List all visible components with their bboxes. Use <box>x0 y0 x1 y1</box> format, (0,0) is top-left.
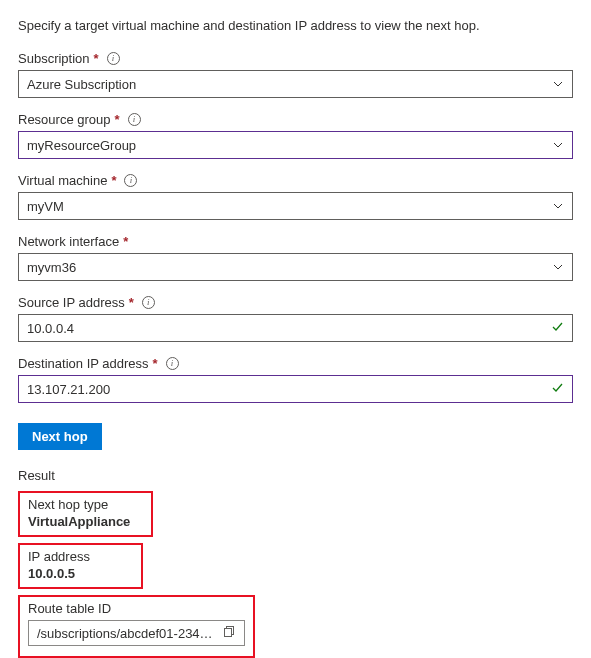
network-interface-value: myvm36 <box>27 260 76 275</box>
label-subscription: Subscription <box>18 51 90 66</box>
subscription-value: Azure Subscription <box>27 77 136 92</box>
dest-ip-input-wrap <box>18 375 573 403</box>
route-table-label: Route table ID <box>28 601 245 616</box>
field-network-interface: Network interface * myvm36 <box>18 234 573 281</box>
resource-group-select[interactable]: myResourceGroup <box>18 131 573 159</box>
dest-ip-input[interactable] <box>27 382 544 397</box>
label-virtual-machine: Virtual machine <box>18 173 107 188</box>
required-asterisk: * <box>123 234 128 249</box>
chevron-down-icon <box>552 261 564 273</box>
required-asterisk: * <box>94 51 99 66</box>
label-network-interface: Network interface <box>18 234 119 249</box>
source-ip-input-wrap <box>18 314 573 342</box>
virtual-machine-select[interactable]: myVM <box>18 192 573 220</box>
info-icon[interactable]: i <box>107 52 120 65</box>
result-ip-address: IP address 10.0.0.5 <box>18 543 143 589</box>
ip-address-value: 10.0.0.5 <box>28 566 133 581</box>
chevron-down-icon <box>552 200 564 212</box>
field-dest-ip: Destination IP address * i <box>18 356 573 403</box>
required-asterisk: * <box>129 295 134 310</box>
next-hop-button[interactable]: Next hop <box>18 423 102 450</box>
resource-group-value: myResourceGroup <box>27 138 136 153</box>
svg-rect-1 <box>225 629 232 637</box>
required-asterisk: * <box>115 112 120 127</box>
route-table-value: /subscriptions/abcdef01-2345-6... <box>37 626 215 641</box>
field-resource-group: Resource group * i myResourceGroup <box>18 112 573 159</box>
result-route-table: Route table ID /subscriptions/abcdef01-2… <box>18 595 255 658</box>
check-icon <box>551 381 564 397</box>
chevron-down-icon <box>552 78 564 90</box>
field-virtual-machine: Virtual machine * i myVM <box>18 173 573 220</box>
source-ip-input[interactable] <box>27 321 544 336</box>
required-asterisk: * <box>153 356 158 371</box>
info-icon[interactable]: i <box>142 296 155 309</box>
label-resource-group: Resource group <box>18 112 111 127</box>
virtual-machine-value: myVM <box>27 199 64 214</box>
info-icon[interactable]: i <box>128 113 141 126</box>
network-interface-select[interactable]: myvm36 <box>18 253 573 281</box>
field-subscription: Subscription * i Azure Subscription <box>18 51 573 98</box>
label-dest-ip: Destination IP address <box>18 356 149 371</box>
next-hop-type-value: VirtualAppliance <box>28 514 143 529</box>
chevron-down-icon <box>552 139 564 151</box>
next-hop-type-label: Next hop type <box>28 497 143 512</box>
ip-address-label: IP address <box>28 549 133 564</box>
info-icon[interactable]: i <box>166 357 179 370</box>
required-asterisk: * <box>111 173 116 188</box>
label-source-ip: Source IP address <box>18 295 125 310</box>
subscription-select[interactable]: Azure Subscription <box>18 70 573 98</box>
result-next-hop-type: Next hop type VirtualAppliance <box>18 491 153 537</box>
info-icon[interactable]: i <box>124 174 137 187</box>
field-source-ip: Source IP address * i <box>18 295 573 342</box>
copy-icon[interactable] <box>223 625 236 641</box>
intro-text: Specify a target virtual machine and des… <box>18 18 573 33</box>
check-icon <box>551 320 564 336</box>
route-table-readonly: /subscriptions/abcdef01-2345-6... <box>28 620 245 646</box>
result-heading: Result <box>18 468 573 483</box>
